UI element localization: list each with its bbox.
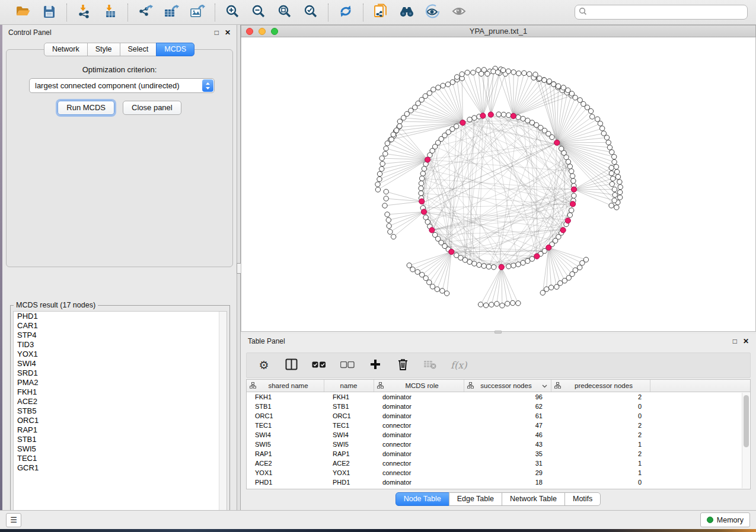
graph-leaf-node[interactable]	[500, 68, 505, 72]
graph-node[interactable]	[569, 169, 573, 174]
graph-node[interactable]	[462, 258, 467, 262]
table-cell[interactable]: FKH1	[247, 393, 324, 400]
table-row[interactable]: PHD1PHD1dominator180	[247, 477, 750, 487]
graph-leaf-node[interactable]	[590, 114, 595, 119]
graph-leaf-node[interactable]	[614, 164, 618, 169]
graph-node[interactable]	[559, 146, 563, 151]
graph-hub-node[interactable]	[480, 113, 486, 118]
graph-node[interactable]	[516, 262, 521, 267]
graph-node[interactable]	[567, 164, 572, 169]
tab-network[interactable]: Network	[44, 43, 88, 56]
tab-select[interactable]: Select	[120, 43, 157, 56]
graph-leaf-node[interactable]	[595, 117, 599, 121]
graph-leaf-node[interactable]	[612, 198, 617, 203]
network-canvas[interactable]	[241, 37, 756, 332]
graph-leaf-node[interactable]	[573, 95, 578, 100]
graph-leaf-node[interactable]	[516, 301, 521, 306]
export-network-button[interactable]	[135, 3, 155, 22]
graph-leaf-node[interactable]	[599, 126, 604, 131]
table-cell[interactable]: 43	[464, 441, 551, 448]
mcds-node-item[interactable]: STB1	[14, 435, 227, 444]
table-cell[interactable]: RAP1	[247, 450, 324, 457]
graph-leaf-node[interactable]	[407, 263, 412, 268]
hide-unhide-button[interactable]	[423, 3, 443, 22]
tab-edge-table[interactable]: Edge Table	[449, 492, 502, 506]
column-header-successor-nodes[interactable]: successor nodes	[464, 380, 551, 392]
mcds-node-item[interactable]: SWI4	[14, 359, 227, 368]
graph-leaf-node[interactable]	[410, 267, 415, 272]
graph-leaf-node[interactable]	[479, 71, 483, 76]
graph-leaf-node[interactable]	[450, 79, 455, 84]
graph-node[interactable]	[569, 208, 573, 213]
graph-node[interactable]	[570, 174, 575, 178]
mcds-node-item[interactable]: SRD1	[14, 368, 227, 378]
graph-leaf-node[interactable]	[375, 187, 380, 192]
graph-leaf-node[interactable]	[394, 128, 398, 133]
graph-leaf-node[interactable]	[387, 223, 391, 228]
graph-leaf-node[interactable]	[601, 131, 606, 136]
zoom-in-button[interactable]	[222, 3, 243, 22]
graph-leaf-node[interactable]	[607, 145, 612, 150]
table-cell[interactable]: 62	[464, 403, 551, 410]
graph-leaf-node[interactable]	[423, 275, 428, 280]
graph-leaf-node[interactable]	[618, 185, 623, 190]
graph-leaf-node[interactable]	[609, 171, 614, 175]
mcds-node-item[interactable]: ORC1	[14, 416, 227, 425]
graph-leaf-node[interactable]	[614, 169, 619, 174]
graph-node[interactable]	[467, 259, 472, 264]
table-cell[interactable]: 0	[551, 479, 650, 486]
graph-node[interactable]	[511, 263, 516, 268]
add-column-button[interactable]	[369, 358, 382, 373]
graph-leaf-node[interactable]	[612, 187, 617, 192]
graph-node[interactable]	[472, 116, 477, 120]
graph-leaf-node[interactable]	[510, 300, 515, 305]
graph-leaf-node[interactable]	[611, 154, 616, 159]
graph-node[interactable]	[571, 178, 576, 183]
table-cell[interactable]: connector	[374, 460, 464, 467]
mcds-node-item[interactable]: RAP1	[14, 425, 227, 435]
graph-node[interactable]	[419, 181, 423, 185]
graph-node[interactable]	[506, 113, 511, 117]
show-eye-button[interactable]	[449, 3, 469, 22]
table-cell[interactable]: 46	[464, 431, 551, 438]
close-panel-icon[interactable]: ✕	[225, 29, 231, 36]
table-cell[interactable]: ORC1	[247, 412, 324, 419]
table-cell[interactable]: dominator	[374, 450, 464, 457]
graph-node[interactable]	[496, 112, 501, 117]
graph-leaf-node[interactable]	[384, 196, 388, 201]
graph-leaf-node[interactable]	[391, 132, 395, 137]
table-cell[interactable]: ACE2	[247, 460, 324, 467]
graph-leaf-node[interactable]	[573, 268, 578, 273]
graph-leaf-node[interactable]	[441, 83, 445, 88]
table-cell[interactable]: connector	[374, 422, 464, 429]
graph-leaf-node[interactable]	[384, 189, 388, 194]
graph-node[interactable]	[567, 213, 572, 217]
graph-leaf-node[interactable]	[430, 284, 435, 289]
memory-button[interactable]: Memory	[700, 512, 750, 527]
graph-leaf-node[interactable]	[444, 291, 449, 296]
graph-leaf-node[interactable]	[617, 180, 622, 184]
graph-leaf-node[interactable]	[385, 141, 390, 146]
table-cell[interactable]: 1	[551, 441, 650, 448]
save-session-button[interactable]	[39, 3, 59, 22]
graph-hub-node[interactable]	[488, 112, 493, 117]
table-cell[interactable]: 2	[551, 450, 650, 457]
graph-leaf-node[interactable]	[485, 71, 490, 76]
mcds-list-scrollbar[interactable]	[219, 312, 227, 518]
table-cell[interactable]: FKH1	[324, 393, 374, 400]
delete-column-button[interactable]	[396, 358, 409, 373]
graph-node[interactable]	[419, 176, 424, 181]
table-cell[interactable]: SWI4	[247, 431, 324, 438]
graph-leaf-node[interactable]	[598, 121, 602, 126]
table-cell[interactable]: TEC1	[247, 422, 324, 429]
column-header-MCDS-role[interactable]: MCDS role	[374, 380, 464, 392]
zoom-selected-button[interactable]	[301, 3, 321, 22]
refresh-view-button[interactable]	[336, 3, 356, 22]
graph-leaf-node[interactable]	[384, 146, 388, 150]
table-cell[interactable]: PHD1	[324, 479, 374, 486]
scrollbar-thumb[interactable]	[744, 395, 749, 447]
mcds-node-item[interactable]: FKH1	[14, 387, 227, 397]
graph-leaf-node[interactable]	[578, 265, 582, 270]
graph-hub-node[interactable]	[534, 254, 540, 259]
graph-leaf-node[interactable]	[612, 159, 617, 164]
